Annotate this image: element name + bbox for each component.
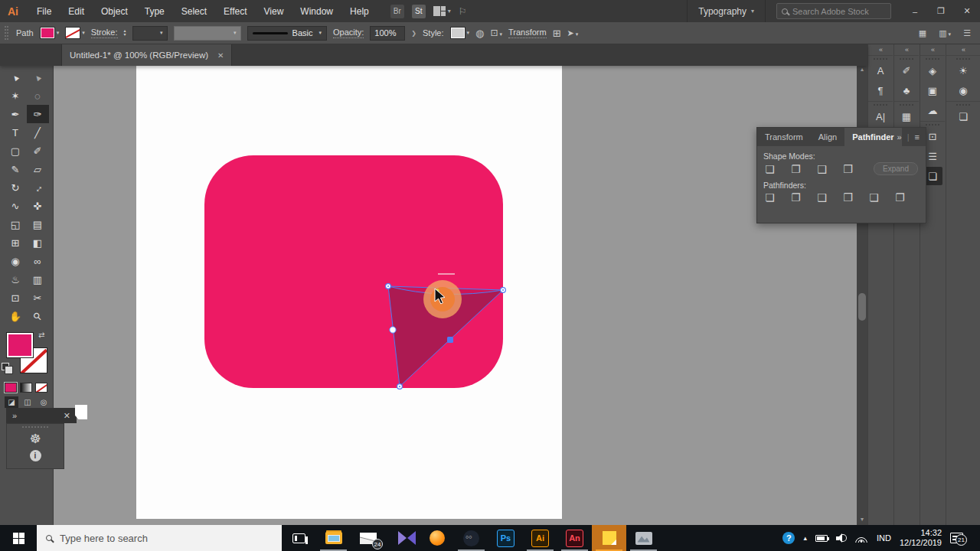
none-button[interactable] <box>35 383 47 393</box>
cc-libraries-icon[interactable]: ☁ <box>923 101 942 119</box>
graphic-style-swatch[interactable] <box>450 27 466 39</box>
start-button[interactable] <box>0 525 37 551</box>
character-panel-icon[interactable]: A| <box>871 107 890 126</box>
mesh-tool[interactable]: ⊞ <box>5 233 27 252</box>
curvature-tool[interactable]: ✑ <box>27 105 49 123</box>
speaker-icon[interactable] <box>836 533 847 543</box>
tray-chevron-icon[interactable]: ▴ <box>803 534 807 542</box>
pen-tool[interactable]: ✒ <box>5 105 27 123</box>
eyedropper-tool[interactable]: ◉ <box>5 252 27 270</box>
paintbrush-tool[interactable]: ✐ <box>27 142 49 160</box>
stroke-label[interactable]: Stroke: <box>91 28 118 38</box>
photoshop-icon[interactable]: Ps <box>488 525 523 551</box>
kmplayer-icon[interactable] <box>385 525 420 551</box>
symbol-sprayer-tool[interactable]: ♨ <box>5 270 27 289</box>
slice-tool[interactable]: ✂ <box>27 289 49 307</box>
close-panel-icon[interactable]: ✕ <box>64 411 70 421</box>
orange-ball-app-icon[interactable] <box>420 525 454 551</box>
fill-color-box[interactable] <box>6 332 34 358</box>
illustrator-icon[interactable]: Ai <box>523 525 557 551</box>
help-icon[interactable]: ? <box>782 532 795 544</box>
puppet-warp-tool[interactable]: ✜ <box>27 197 49 215</box>
bridge-icon[interactable]: Br <box>390 5 404 18</box>
appearance-icon[interactable]: ❏ <box>953 107 973 126</box>
brush-definition[interactable]: Basic▾ <box>247 26 327 41</box>
stroke-weight-field[interactable]: ▾ <box>132 26 168 41</box>
stroke-swatch[interactable] <box>65 27 80 39</box>
magic-wand-tool[interactable]: ✶ <box>5 86 27 105</box>
info-icon[interactable]: i <box>30 450 41 461</box>
minimize-button[interactable]: – <box>902 0 928 22</box>
opacity-field[interactable]: 100% <box>370 26 405 41</box>
graph-tool[interactable]: ▥ <box>27 270 49 289</box>
expand-panel-icon[interactable]: » <box>12 411 17 420</box>
width-tool[interactable]: ∿ <box>5 197 27 215</box>
layers-icon[interactable]: ◈ <box>923 61 942 80</box>
blend-tool[interactable]: ∞ <box>27 252 49 270</box>
hand-tool[interactable]: ✋ <box>5 307 27 325</box>
stroke-color-control[interactable]: ▾ <box>65 27 85 39</box>
photo-viewer-icon[interactable] <box>626 525 661 551</box>
panels-icon[interactable]: ▦ <box>919 28 926 38</box>
color-fill-button[interactable] <box>5 383 17 393</box>
crop-button[interactable]: ❒ <box>841 191 854 204</box>
draw-inside-button[interactable]: ◎ <box>37 396 51 408</box>
canvas-area[interactable]: ▴ ▾ <box>54 66 867 525</box>
tab-transform[interactable]: Transform <box>757 128 811 146</box>
close-button[interactable]: ✕ <box>954 0 980 22</box>
shape-builder-tool[interactable]: ◱ <box>5 215 27 233</box>
lasso-tool[interactable]: ◌ <box>27 86 49 105</box>
rectangle-tool[interactable]: ▢ <box>5 142 27 160</box>
color-icon[interactable]: ☀ <box>953 61 973 80</box>
taskbar-search-input[interactable] <box>60 533 243 544</box>
stock-icon[interactable]: St <box>412 5 426 18</box>
mail-icon[interactable]: 24 <box>351 525 385 551</box>
gradient-button[interactable] <box>20 383 32 393</box>
rotate-tool[interactable]: ↻ <box>5 178 27 197</box>
align-icon[interactable]: ⊞ <box>553 28 561 39</box>
line-segment-tool[interactable]: ╱ <box>27 123 49 142</box>
document-setup-icon[interactable]: ◍ <box>475 28 484 39</box>
scale-tool[interactable]: ↔ <box>27 178 49 197</box>
task-view-button[interactable] <box>282 525 316 551</box>
wifi-icon[interactable] <box>855 533 868 543</box>
collapse-dock-icon[interactable]: « <box>868 44 893 55</box>
language-indicator[interactable]: IND <box>877 533 891 543</box>
brushes-icon[interactable]: ✐ <box>897 61 916 80</box>
asset-export-icon[interactable]: ▣ <box>923 81 942 99</box>
collapse-dock-icon[interactable]: « <box>920 44 945 55</box>
close-tab-icon[interactable]: ✕ <box>217 51 224 60</box>
tab-align[interactable]: Align <box>811 128 844 146</box>
character-styles-icon[interactable]: A <box>871 61 890 80</box>
battery-icon[interactable] <box>815 535 828 542</box>
fill-swatch[interactable] <box>40 27 55 39</box>
round-dark-app-icon[interactable] <box>454 525 488 551</box>
restore-button[interactable]: ❐ <box>928 0 954 22</box>
opacity-label[interactable]: Opacity: <box>333 28 364 38</box>
minus-front-button[interactable]: ❐ <box>789 163 802 175</box>
collapse-dock-icon[interactable]: « <box>894 44 919 55</box>
animate-icon[interactable]: An <box>557 525 592 551</box>
selection-tool[interactable]: ▲ <box>5 68 27 86</box>
notification-icon[interactable]: 21 <box>950 533 963 543</box>
graphic-style-control[interactable]: ▾ <box>450 27 470 39</box>
adobe-stock-search[interactable] <box>776 3 891 19</box>
artboard-tool[interactable]: ⊡ <box>5 289 27 307</box>
intersect-button[interactable]: ❑ <box>815 163 828 175</box>
wheel-icon[interactable]: ☸ <box>29 431 41 447</box>
control-menu-icon[interactable]: ☰ <box>963 28 971 38</box>
direct-selection-tool[interactable]: ▲ <box>27 68 49 86</box>
select-similar-icon[interactable]: ➤▾ <box>567 28 579 38</box>
file-explorer-icon[interactable] <box>316 525 351 551</box>
share-icon[interactable]: ⚐ <box>459 6 467 17</box>
glyphs-icon[interactable]: ▦ <box>897 107 916 126</box>
merge-button[interactable]: ❑ <box>815 191 828 204</box>
transform-link[interactable]: Transform <box>508 28 547 38</box>
bounding-box-icon[interactable]: ⊡▾ <box>490 28 502 38</box>
eraser-tool[interactable]: ▱ <box>27 160 49 178</box>
tab-pathfinder[interactable]: Pathfinder <box>844 128 901 146</box>
draw-normal-button[interactable]: ◪ <box>5 396 18 408</box>
collapse-panel-icon[interactable]: » <box>897 132 902 142</box>
draw-behind-button[interactable]: ◫ <box>21 396 34 408</box>
document-tab[interactable]: Untitled-1* @ 100% (RGB/Preview) ✕ <box>61 44 232 66</box>
